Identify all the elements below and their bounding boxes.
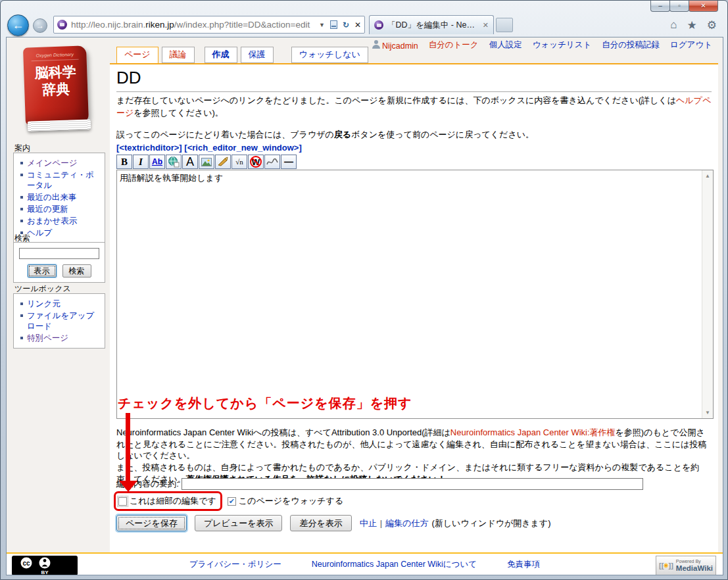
browser-tab[interactable]: 「DD」を編集中 - Neuroi... ✕ [369,15,494,34]
bold-icon[interactable]: B [116,155,132,169]
site-favicon [57,20,67,30]
hr-glyph: — [284,157,293,167]
edit-box-container: 用語解説を執筆開始します ▲ ▼ [116,170,714,419]
favorites-star-icon[interactable]: ★ [687,18,697,32]
privacy-policy-link[interactable]: プライバシー・ポリシー [189,559,281,570]
sidebar-item-mainpage[interactable]: メインページ [18,157,102,169]
tab-close-icon[interactable]: ✕ [483,21,489,30]
about-wiki-link[interactable]: Neuroinformatics Japan Center Wikiについて [312,559,477,570]
sidebar-link[interactable]: メインページ [27,158,77,168]
headline-icon[interactable]: A [182,155,198,169]
scroll-down-icon[interactable]: ▼ [702,407,713,418]
text-editor-link[interactable]: [<textrichditor>] [116,143,182,153]
logo-title-line1: 脳科学 [24,62,87,82]
toolbox-item-specialpages[interactable]: 特別ページ [18,332,102,344]
tab-talk[interactable]: 議論 [162,47,195,63]
svg-text:BY: BY [41,569,49,575]
close-button[interactable]: ✕ [689,1,718,12]
toolbox-link[interactable]: リンク元 [27,299,61,308]
toolbox-item-whatlinkshere[interactable]: リンク元 [18,298,102,310]
sidebar-link[interactable]: 最近の出来事 [27,193,76,202]
url-dropdown-icon[interactable]: ▼ [319,22,325,28]
editing-help-link[interactable]: 編集の仕方 [385,518,428,529]
mediawiki-badge[interactable]: [[ ]] Powered By MediaWiki [656,556,716,575]
back-hint-paragraph: 誤ってこのページにたどり着いた場合には、ブラウザの戻るボタンを使って前のページに… [116,129,713,141]
horizontal-line-icon[interactable]: — [281,155,297,169]
media-file-link-icon[interactable] [215,155,231,169]
show-changes-button[interactable]: 差分を表示 [290,515,351,531]
new-tab-button[interactable] [496,18,513,32]
forward-button[interactable]: → [33,18,47,33]
address-bar[interactable]: http://leo.nijc.brain.riken.jp/w/index.p… [53,16,365,34]
nowiki-icon[interactable]: W [248,155,264,169]
minimize-button[interactable]: – [650,1,670,12]
copyright-policy-link[interactable]: Neuroinformatics Japan Center Wiki:著作権 [450,427,616,437]
browser-window: – ▫ ✕ ← → http://leo.nijc.brain.riken.jp… [0,0,728,580]
checkmark-icon: ✔ [229,498,235,505]
preferences-link[interactable]: 個人設定 [489,39,522,51]
annotation-text: チェックを外してから「ページを保存」を押す [118,395,412,412]
address-bar-actions: ▼ ↻ ✕ [319,20,361,30]
minor-edit-checkbox[interactable] [118,497,127,506]
sidebar-link[interactable]: おまかせ表示 [27,216,77,226]
search-input[interactable] [19,248,99,259]
search-go-button[interactable]: 表示 [28,264,57,278]
sidebar-item-random-page[interactable]: おまかせ表示 [18,215,102,227]
scroll-up-icon[interactable]: ▲ [702,170,713,181]
tools-gear-icon[interactable]: ⚙ [707,18,717,32]
textarea-scrollbar[interactable]: ▲ ▼ [702,170,713,418]
watch-label[interactable]: このページをウォッチする [239,495,343,507]
forward-arrow-icon: → [36,21,44,30]
search-button[interactable]: 検索 [62,264,91,278]
sidebar-link[interactable]: 最近の更新 [27,205,68,214]
home-icon[interactable]: ⌂ [670,18,677,32]
contributions-link[interactable]: 自分の投稿記録 [602,39,660,51]
refresh-icon[interactable]: ↻ [343,20,349,30]
back-arrow-icon: ← [12,18,24,32]
compatibility-view-icon[interactable] [330,20,337,29]
watch-checkbox[interactable]: ✔ [228,497,236,506]
sidebar-item-current-events[interactable]: 最近の出来事 [18,191,102,203]
sidebar-item-community-portal[interactable]: コミュニティ・ポータル [18,169,102,191]
sidebar-link[interactable]: ヘルプ [27,228,52,237]
intro-text: まだ存在していないページへのリンクをたどりました。このページを新規に作成するには… [116,95,676,105]
tab-unwatch[interactable]: ウォッチしない [291,47,368,63]
sidebar-link[interactable]: コミュニティ・ポータル [27,170,94,190]
tab-create[interactable]: 作成 [205,47,237,63]
rich-editor-link[interactable]: [<rich_editor_new_window>] [184,143,301,153]
tab-protect[interactable]: 保護 [241,47,274,63]
summary-input[interactable] [182,478,643,490]
mediawiki-name: MediaWiki [676,564,713,572]
my-talk-link[interactable]: 自分のトーク [429,39,479,51]
toolbox-link[interactable]: 特別ページ [27,333,68,343]
show-preview-button[interactable]: プレビューを表示 [195,515,283,531]
toolbox-item-upload[interactable]: ファイルをアップロード [18,310,102,332]
maximize-button[interactable]: ▫ [669,1,689,12]
toolbox-link[interactable]: ファイルをアップロード [27,311,94,331]
bold-glyph: B [121,157,128,168]
save-page-button[interactable]: ページを保存 [116,515,187,531]
cancel-link[interactable]: 中止 [360,518,377,529]
sidebar-item-help[interactable]: ヘルプ [18,227,102,239]
user-page-link[interactable]: Nijcadmin [372,40,418,51]
math-formula-icon[interactable]: √n [231,155,247,169]
tab-page[interactable]: ページ [116,47,158,63]
wiki-logo[interactable]: Oxygen Dictionary 脳科学 辞典 [21,44,93,137]
annotation-red-box: これは細部の編集です [114,491,222,511]
watchlist-link[interactable]: ウォッチリスト [533,39,592,51]
back-button[interactable]: ← [7,14,29,36]
personal-bar: Nijcadmin 自分のトーク 個人設定 ウォッチリスト 自分の投稿記録 ログ… [372,39,712,51]
stop-icon[interactable]: ✕ [354,20,361,30]
sidebar-item-recent-changes[interactable]: 最近の更新 [18,203,102,215]
cc-by-license-badge[interactable]: cc BY [12,556,78,575]
wikitext-textarea[interactable]: 用語解説を執筆開始します [117,170,702,418]
username-link[interactable]: Nijcadmin [382,41,418,51]
internal-link-icon[interactable]: Ab [149,155,165,169]
logout-link[interactable]: ログアウト [670,39,712,51]
signature-icon[interactable] [264,155,280,169]
disclaimer-link[interactable]: 免責事項 [507,559,540,570]
embedded-image-icon[interactable] [199,155,214,169]
italic-icon[interactable]: I [133,155,149,169]
external-link-icon[interactable] [166,155,182,169]
minor-edit-label[interactable]: これは細部の編集です [130,495,216,507]
